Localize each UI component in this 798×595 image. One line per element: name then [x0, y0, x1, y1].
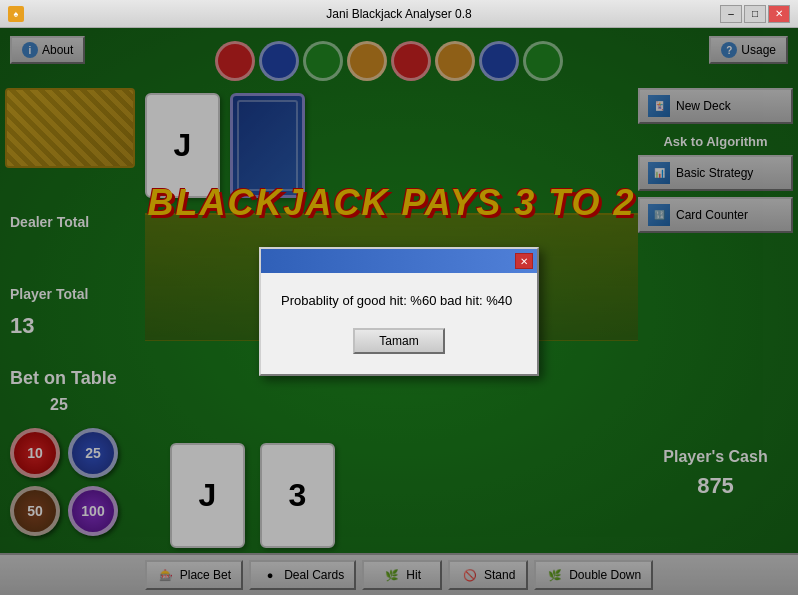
modal-message: Probablity of good hit: %60 bad hit: %40: [281, 293, 517, 308]
probability-dialog: ✕ Probablity of good hit: %60 bad hit: %…: [259, 247, 539, 376]
game-area: i About ? Usage J BLACKJACK PAYS 3 TO 2 …: [0, 28, 798, 595]
modal-body: Probablity of good hit: %60 bad hit: %40…: [261, 273, 537, 374]
close-button[interactable]: ✕: [768, 5, 790, 23]
minimize-button[interactable]: –: [720, 5, 742, 23]
app-icon: ♠: [8, 6, 24, 22]
window-controls: – □ ✕: [720, 5, 790, 23]
modal-titlebar: ✕: [261, 249, 537, 273]
modal-overlay: ✕ Probablity of good hit: %60 bad hit: %…: [0, 28, 798, 595]
title-bar: ♠ Jani Blackjack Analyser 0.8 – □ ✕: [0, 0, 798, 28]
maximize-button[interactable]: □: [744, 5, 766, 23]
modal-close-button[interactable]: ✕: [515, 253, 533, 269]
modal-ok-button[interactable]: Tamam: [353, 328, 444, 354]
window-title: Jani Blackjack Analyser 0.8: [326, 7, 471, 21]
